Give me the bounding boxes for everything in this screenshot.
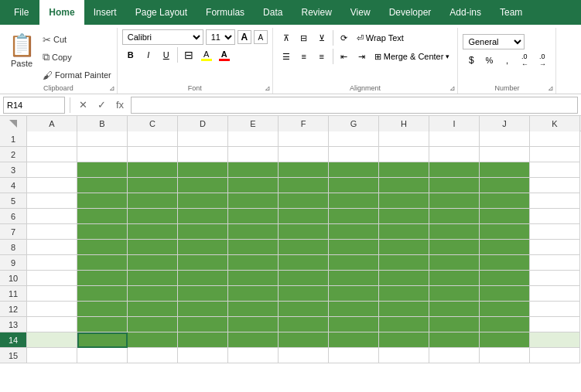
cell-a7[interactable] <box>27 224 77 240</box>
cell-d7[interactable] <box>178 224 228 240</box>
formula-cancel-icon[interactable]: ✕ <box>75 97 91 113</box>
cell-k8[interactable] <box>530 240 580 255</box>
cell-b14[interactable] <box>77 332 128 348</box>
cell-g11[interactable] <box>329 286 379 302</box>
cell-e6[interactable] <box>228 209 279 224</box>
cell-c10[interactable] <box>128 271 178 286</box>
cell-i9[interactable] <box>429 255 480 271</box>
cell-h11[interactable] <box>379 286 429 302</box>
cell-j10[interactable] <box>480 271 530 286</box>
currency-button[interactable]: $ <box>463 52 480 69</box>
cell-c8[interactable] <box>128 240 178 255</box>
col-header-k[interactable]: K <box>530 116 580 131</box>
merge-center-button[interactable]: ⊞ Merge & Center ▾ <box>371 51 453 63</box>
align-middle-button[interactable]: ⊟ <box>296 29 313 46</box>
cell-j13[interactable] <box>480 317 530 332</box>
decrease-decimal-button[interactable]: .0→ <box>534 52 551 69</box>
align-left-button[interactable]: ☰ <box>278 48 295 65</box>
cell-k3[interactable] <box>530 162 580 178</box>
cell-d2[interactable] <box>178 147 228 162</box>
cell-h14[interactable] <box>379 332 429 348</box>
cell-b10[interactable] <box>77 271 128 286</box>
comma-button[interactable]: , <box>498 52 515 69</box>
cell-d13[interactable] <box>178 317 228 332</box>
cell-a4[interactable] <box>27 178 77 193</box>
cell-a13[interactable] <box>27 317 77 332</box>
cell-k7[interactable] <box>530 224 580 240</box>
fx-icon[interactable]: fx <box>112 97 128 113</box>
corner-cell[interactable] <box>0 116 27 131</box>
cell-a15[interactable] <box>27 348 77 363</box>
cell-c2[interactable] <box>128 147 178 162</box>
cell-h5[interactable] <box>379 193 429 209</box>
cell-g13[interactable] <box>329 317 379 332</box>
insert-tab[interactable]: Insert <box>84 0 126 25</box>
align-top-button[interactable]: ⊼ <box>278 29 295 46</box>
cut-button[interactable]: ✂ Cut <box>40 31 114 48</box>
col-header-i[interactable]: I <box>429 116 480 131</box>
row-header-6[interactable]: 6 <box>0 209 27 224</box>
cell-d4[interactable] <box>178 178 228 193</box>
cell-b11[interactable] <box>77 286 128 302</box>
cell-c1[interactable] <box>128 131 178 147</box>
cell-j4[interactable] <box>480 178 530 193</box>
cell-g5[interactable] <box>329 193 379 209</box>
cell-b4[interactable] <box>77 178 128 193</box>
cell-j5[interactable] <box>480 193 530 209</box>
cell-j8[interactable] <box>480 240 530 255</box>
cell-f6[interactable] <box>279 209 329 224</box>
decrease-indent-button[interactable]: ⇤ <box>336 48 353 65</box>
cell-e5[interactable] <box>228 193 279 209</box>
cell-g10[interactable] <box>329 271 379 286</box>
col-header-d[interactable]: D <box>178 116 228 131</box>
team-tab[interactable]: Team <box>490 0 531 25</box>
cell-j6[interactable] <box>480 209 530 224</box>
col-header-g[interactable]: G <box>329 116 379 131</box>
col-header-b[interactable]: B <box>77 116 128 131</box>
cell-d5[interactable] <box>178 193 228 209</box>
cell-h12[interactable] <box>379 302 429 317</box>
cell-f7[interactable] <box>279 224 329 240</box>
cell-d3[interactable] <box>178 162 228 178</box>
review-tab[interactable]: Review <box>292 0 340 25</box>
cell-f9[interactable] <box>279 255 329 271</box>
cell-e8[interactable] <box>228 240 279 255</box>
cell-h2[interactable] <box>379 147 429 162</box>
home-tab[interactable]: Home <box>39 0 84 25</box>
row-header-12[interactable]: 12 <box>0 302 27 317</box>
orientation-button[interactable]: ⟳ <box>336 29 353 46</box>
cell-h6[interactable] <box>379 209 429 224</box>
cell-f15[interactable] <box>279 348 329 363</box>
cell-a6[interactable] <box>27 209 77 224</box>
cell-a9[interactable] <box>27 255 77 271</box>
col-header-j[interactable]: J <box>480 116 530 131</box>
cell-c13[interactable] <box>128 317 178 332</box>
cell-i11[interactable] <box>429 286 480 302</box>
format-painter-button[interactable]: 🖌 Format Painter <box>40 66 114 84</box>
cell-i7[interactable] <box>429 224 480 240</box>
row-header-10[interactable]: 10 <box>0 271 27 286</box>
row-header-4[interactable]: 4 <box>0 178 27 193</box>
cell-f10[interactable] <box>279 271 329 286</box>
formulas-tab[interactable]: Formulas <box>197 0 254 25</box>
cell-j12[interactable] <box>480 302 530 317</box>
cell-e10[interactable] <box>228 271 279 286</box>
row-header-7[interactable]: 7 <box>0 224 27 240</box>
increase-decimal-button[interactable]: .0← <box>516 52 533 69</box>
copy-button[interactable]: ⧉ Copy <box>40 49 114 66</box>
align-bottom-button[interactable]: ⊻ <box>313 29 330 46</box>
cell-f8[interactable] <box>279 240 329 255</box>
cell-h4[interactable] <box>379 178 429 193</box>
cell-h8[interactable] <box>379 240 429 255</box>
italic-button[interactable]: I <box>140 46 157 63</box>
cell-d1[interactable] <box>178 131 228 147</box>
cell-j11[interactable] <box>480 286 530 302</box>
col-header-h[interactable]: H <box>379 116 429 131</box>
paste-button[interactable]: 📋 Paste <box>3 29 40 70</box>
cell-g2[interactable] <box>329 147 379 162</box>
cell-b6[interactable] <box>77 209 128 224</box>
cell-b13[interactable] <box>77 317 128 332</box>
underline-button[interactable]: U <box>158 46 175 63</box>
cell-i14[interactable] <box>429 332 480 348</box>
cell-g7[interactable] <box>329 224 379 240</box>
